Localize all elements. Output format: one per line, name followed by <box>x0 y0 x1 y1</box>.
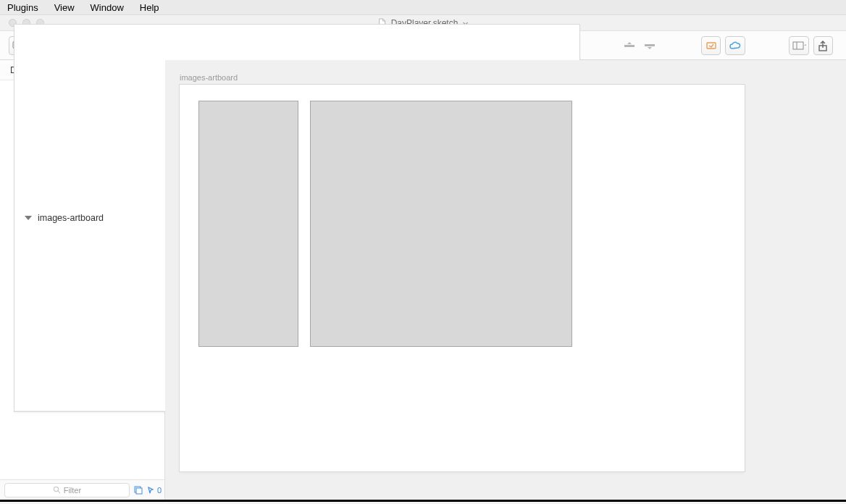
export-button[interactable] <box>813 36 833 55</box>
artboard-label[interactable]: images-artboard <box>180 73 238 82</box>
mirror-button[interactable] <box>701 36 721 55</box>
menu-view[interactable]: View <box>54 2 75 13</box>
layer-list: images-artboard Rectangle Rectangle 2 <box>0 80 164 479</box>
canvas[interactable]: images-artboard <box>165 60 846 500</box>
canvas-rectangle-1[interactable] <box>198 101 298 347</box>
svg-rect-24 <box>624 45 634 47</box>
svg-point-32 <box>54 487 58 491</box>
svg-rect-27 <box>793 42 803 49</box>
artboard[interactable] <box>180 85 745 471</box>
cloud-button[interactable] <box>725 36 745 55</box>
disclosure-down-icon[interactable] <box>25 216 32 220</box>
layer-filter-input[interactable]: Filter <box>4 483 130 497</box>
svg-line-33 <box>58 491 60 493</box>
slice-count[interactable] <box>134 486 143 495</box>
forward-button[interactable] <box>621 36 637 55</box>
canvas-rectangle-2[interactable] <box>310 101 572 347</box>
menu-plugins[interactable]: Plugins <box>7 2 38 13</box>
layer-artboard[interactable]: images-artboard <box>14 80 164 411</box>
layer-artboard-name: images-artboard <box>38 213 104 223</box>
os-menubar: Plugins View Window Help <box>0 0 846 15</box>
svg-rect-25 <box>645 44 655 46</box>
layers-sidebar: DayPlayer Demo images-artboard Rectangle… <box>0 60 165 500</box>
menu-window[interactable]: Window <box>91 2 124 13</box>
main-content: DayPlayer Demo images-artboard Rectangle… <box>0 60 846 502</box>
sidebar-footer: Filter 0 <box>0 479 164 500</box>
export-count-value: 0 <box>157 486 162 495</box>
view-button[interactable] <box>789 36 808 55</box>
export-count[interactable]: 0 <box>147 486 162 495</box>
svg-rect-35 <box>136 488 142 494</box>
menu-help[interactable]: Help <box>140 2 159 13</box>
filter-placeholder: Filter <box>64 486 81 495</box>
backward-button[interactable] <box>642 36 658 55</box>
